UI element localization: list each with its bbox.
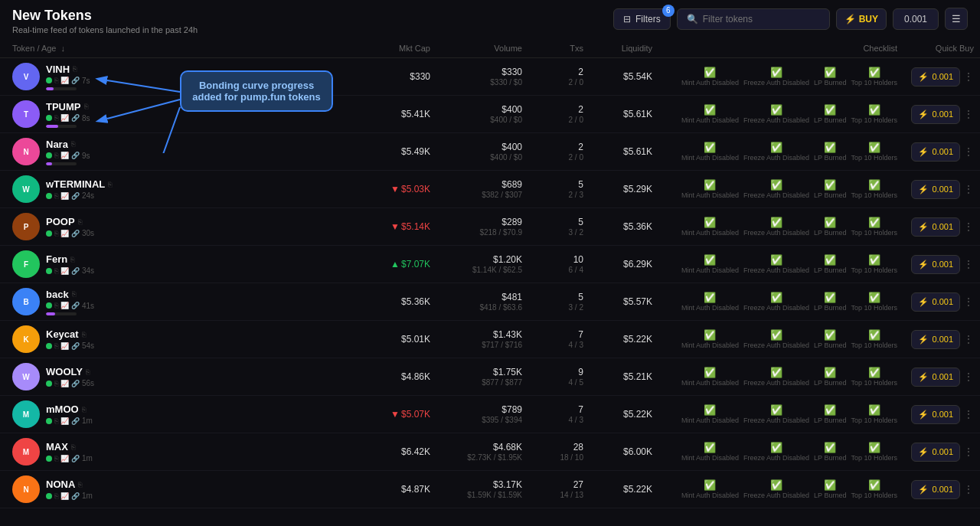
pump-bar [46, 125, 58, 128]
volume-cell: $4.68K $2.73K / $1.95K [443, 442, 522, 462]
quick-buy-button[interactable]: ⚡ 0.001 [911, 142, 960, 162]
mkt-cap-cell: ▲$7.07K [366, 259, 430, 270]
menu-dots-icon[interactable]: ⋮ [963, 221, 974, 233]
table-row[interactable]: N NONA ⎘ ⎘ 📈 🔗 1m $4.87K $3.17K [0, 471, 980, 508]
quick-buy-button[interactable]: ⚡ 0.001 [911, 405, 960, 424]
token-age: ⎘ 📈 🔗 56s [46, 379, 94, 387]
liquidity-value: $5.29K [623, 184, 652, 194]
table-row[interactable]: M mMOO ⎘ ⎘ 📈 🔗 1m ▼$5.07K $789 [0, 396, 980, 433]
copy-icon[interactable]: ⎘ [70, 256, 74, 263]
quick-buy-button[interactable]: ⚡ 0.001 [911, 217, 960, 237]
menu-dots-icon[interactable]: ⋮ [963, 296, 974, 308]
age-value: 1m [82, 492, 93, 500]
copy-icon: ⎘ [54, 492, 58, 500]
copy-icon: ⎘ [54, 77, 58, 84]
check-item: ✅ Freeze Auth Disabled [743, 292, 809, 312]
table-row[interactable]: P POOP ⎘ ⎘ 📈 🔗 30s ▼$5.14K $289 [0, 208, 980, 246]
copy-icon: ⎘ [54, 380, 58, 387]
quick-buy-cell: ⚡ 0.001 ⋮ [910, 142, 974, 162]
quick-buy-button[interactable]: ⚡ 0.001 [911, 105, 960, 124]
search-input[interactable] [703, 14, 820, 25]
quick-buy-button[interactable]: ⚡ 0.001 [911, 292, 960, 312]
menu-dots-icon[interactable]: ⋮ [963, 333, 974, 345]
menu-icon-button[interactable]: ☰ [945, 8, 968, 30]
menu-dots-icon[interactable]: ⋮ [963, 183, 974, 195]
table-row[interactable]: K Keycat ⎘ ⎘ 📈 🔗 54s $5.01K $1.43 [0, 321, 980, 358]
link-icon: 🔗 [71, 302, 80, 309]
copy-icon[interactable]: ⎘ [71, 140, 75, 148]
menu-dots-icon[interactable]: ⋮ [963, 258, 974, 270]
copy-icon[interactable]: ⎘ [108, 181, 112, 188]
checklist-cell: ✅ Mint Auth Disabled ✅ Freeze Auth Disab… [665, 217, 897, 237]
quick-buy-button[interactable]: ⚡ 0.001 [911, 443, 960, 462]
lightning-icon: ⚡ [918, 297, 929, 307]
check-icon: ✅ [704, 442, 716, 453]
link-icon: 🔗 [71, 267, 80, 275]
token-avatar: T [12, 100, 40, 128]
quick-buy-button[interactable]: ⚡ 0.001 [911, 368, 960, 387]
copy-icon[interactable]: ⎘ [82, 406, 86, 413]
link-icon: 🔗 [71, 114, 80, 122]
quick-buy-amount: 0.001 [932, 372, 953, 381]
token-name-row: TPUMP ⎘ [46, 101, 90, 113]
menu-dots-icon[interactable]: ⋮ [963, 483, 974, 495]
filters-button[interactable]: ⊟ Filters 6 [613, 8, 671, 30]
check-label: Mint Auth Disabled [681, 229, 739, 237]
chart-icon: 📈 [60, 455, 69, 462]
copy-icon[interactable]: ⎘ [82, 331, 86, 338]
quick-buy-button[interactable]: ⚡ 0.001 [911, 67, 960, 87]
table-row[interactable]: W wTERMINAL ⎘ ⎘ 📈 🔗 24s ▼$5.03K $ [0, 171, 980, 208]
check-item: ✅ Freeze Auth Disabled [743, 479, 809, 500]
table-row[interactable]: N Nara ⎘ ⎘ 📈 🔗 9s $5.49K [0, 133, 980, 171]
token-avatar: K [12, 325, 40, 353]
mkt-cap-value: $6.42K [401, 446, 430, 457]
menu-dots-icon[interactable]: ⋮ [963, 70, 974, 83]
quick-buy-cell: ⚡ 0.001 ⋮ [910, 217, 974, 237]
copy-icon[interactable]: ⎘ [71, 443, 75, 451]
table-row[interactable]: M MAX ⎘ ⎘ 📈 🔗 1m $6.42K $4.68K [0, 433, 980, 471]
age-value: 56s [82, 379, 94, 387]
buy-button[interactable]: ⚡ BUY [836, 8, 887, 30]
buy-amount-input[interactable]: 0.001 [893, 8, 939, 30]
copy-icon[interactable]: ⎘ [73, 65, 77, 73]
copy-icon[interactable]: ⎘ [78, 481, 82, 488]
check-item: ✅ Mint Auth Disabled [681, 217, 739, 237]
liquidity-value: $5.54K [623, 71, 652, 82]
table-row[interactable]: T TPUMP ⎘ ⎘ 📈 🔗 8s $5.41K [0, 96, 980, 133]
check-icon: ✅ [770, 179, 782, 191]
token-avatar: M [12, 400, 40, 428]
check-item: ✅ Mint Auth Disabled [681, 104, 739, 125]
copy-icon[interactable]: ⎘ [78, 218, 82, 226]
lightning-icon: ⚡ [918, 260, 929, 270]
copy-icon[interactable]: ⎘ [84, 103, 88, 110]
copy-icon[interactable]: ⎘ [72, 290, 76, 298]
check-item: ✅ Freeze Auth Disabled [743, 142, 809, 162]
table-row[interactable]: W WOOLY ⎘ ⎘ 📈 🔗 56s $4.86K $1.75K [0, 358, 980, 396]
check-item: ✅ Top 10 Holders [851, 292, 897, 312]
menu-dots-icon[interactable]: ⋮ [963, 371, 974, 383]
age-value: 1m [82, 417, 93, 425]
table-row[interactable]: V VINH ⎘ ⎘ 📈 🔗 7s $330 [0, 58, 980, 96]
token-info: VINH ⎘ ⎘ 📈 🔗 7s [46, 64, 90, 90]
quick-buy-button[interactable]: ⚡ 0.001 [911, 255, 960, 274]
check-icon: ✅ [868, 142, 880, 153]
table-row[interactable]: B back ⎘ ⎘ 📈 🔗 41s $5.36K [0, 283, 980, 321]
menu-dots-icon[interactable]: ⋮ [963, 108, 974, 120]
token-name: TPUMP [46, 101, 81, 113]
check-label: Freeze Auth Disabled [743, 154, 809, 162]
pump-bar-container [46, 125, 77, 128]
menu-dots-icon[interactable]: ⋮ [963, 446, 974, 458]
menu-dots-icon[interactable]: ⋮ [963, 408, 974, 420]
quick-buy-button[interactable]: ⚡ 0.001 [911, 330, 960, 349]
quick-buy-button[interactable]: ⚡ 0.001 [911, 480, 960, 499]
liquidity-value: $5.57K [623, 296, 652, 307]
check-label: Top 10 Holders [851, 417, 897, 425]
check-item: ✅ Top 10 Holders [851, 404, 897, 425]
quick-buy-button[interactable]: ⚡ 0.001 [911, 180, 960, 199]
token-info: POOP ⎘ ⎘ 📈 🔗 30s [46, 216, 94, 237]
copy-icon[interactable]: ⎘ [86, 368, 90, 376]
checklist-cell: ✅ Mint Auth Disabled ✅ Freeze Auth Disab… [665, 254, 897, 275]
table-row[interactable]: F Fern ⎘ ⎘ 📈 🔗 34s ▲$7.07K $1.20K [0, 246, 980, 283]
token-age: ⎘ 📈 🔗 41s [46, 302, 94, 310]
menu-dots-icon[interactable]: ⋮ [963, 145, 974, 158]
